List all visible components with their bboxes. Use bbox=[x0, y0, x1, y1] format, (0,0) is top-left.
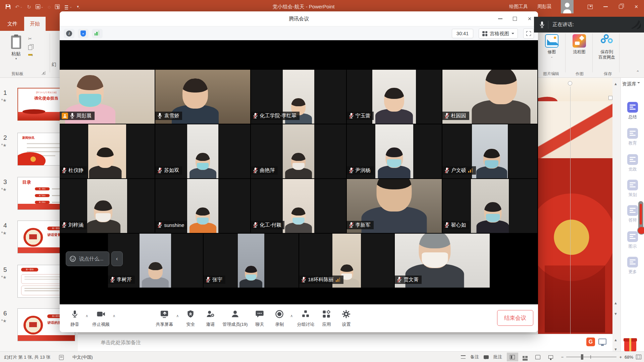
zoom-slider-knob[interactable] bbox=[581, 354, 583, 360]
gift-icon[interactable] bbox=[624, 341, 636, 351]
restore-window-icon[interactable] bbox=[613, 0, 629, 13]
meeting-info-icon[interactable]: i bbox=[64, 29, 74, 38]
share-screen-button[interactable]: 共享屏幕 bbox=[156, 309, 173, 327]
participant-tile[interactable]: 尹润杨 bbox=[347, 124, 442, 178]
account-avatar[interactable] bbox=[561, 0, 574, 15]
participant-tile[interactable]: 张宇 bbox=[204, 234, 299, 288]
clipboard-dialog-launcher-icon[interactable] bbox=[42, 71, 45, 75]
stop-video-button[interactable]: 停止视频 bbox=[92, 309, 110, 327]
resource-item-2[interactable]: 教育 bbox=[621, 128, 644, 146]
new-slide-icon[interactable]: ⌄ bbox=[36, 4, 44, 9]
save-to-baidu-button[interactable]: 保存到 百度网盘 bbox=[594, 34, 619, 60]
comments-toggle-label[interactable]: 批注 bbox=[493, 354, 502, 360]
participant-tile[interactable]: 苏如双 bbox=[155, 124, 250, 178]
notes-placeholder[interactable]: 单击此处添加备注 bbox=[101, 340, 141, 346]
participant-tile[interactable]: 杜仪静 bbox=[60, 124, 155, 178]
save-icon[interactable] bbox=[5, 4, 11, 9]
reading-view-button[interactable] bbox=[532, 353, 544, 361]
cut-icon[interactable]: ✂ bbox=[28, 36, 33, 41]
resource-item-7[interactable]: 更多 bbox=[621, 257, 644, 275]
vertical-scrollbar[interactable]: ▲ ▲ ▼ ▲ ▼ bbox=[612, 78, 621, 351]
projector-icon[interactable] bbox=[598, 339, 606, 345]
participant-tile[interactable]: 曲艳萍 bbox=[251, 124, 346, 178]
notes-pane[interactable]: 单击此处添加备注 G bbox=[78, 334, 612, 351]
tab-home[interactable]: 开始 bbox=[24, 17, 46, 31]
collapse-ribbon-icon[interactable]: ⌃ bbox=[636, 70, 640, 75]
flowchart-button[interactable]: 流程图 bbox=[567, 34, 592, 55]
meeting-close-icon[interactable]: × bbox=[525, 14, 535, 24]
account-name[interactable]: 周彭晨 bbox=[537, 4, 551, 10]
next-slide-icon[interactable]: ▼ bbox=[614, 347, 618, 351]
scroll-down-icon[interactable]: ▲ bbox=[614, 301, 618, 305]
tab-file[interactable]: 文件 bbox=[3, 17, 22, 31]
meeting-title-bar[interactable]: 腾讯会议 × bbox=[60, 11, 538, 26]
outline-icon[interactable] bbox=[55, 4, 60, 9]
record-button[interactable]: 录制 bbox=[272, 309, 287, 327]
emoji-icon[interactable] bbox=[69, 255, 76, 262]
language-label[interactable]: 中文(中国) bbox=[72, 354, 93, 360]
format-painter-ribbon-icon[interactable] bbox=[28, 54, 33, 56]
invite-button[interactable]: 邀请 bbox=[203, 309, 218, 327]
chevron-up-icon[interactable]: ∧ bbox=[290, 314, 293, 318]
participant-tile[interactable]: 户文硕 bbox=[442, 124, 537, 178]
fullscreen-button[interactable] bbox=[523, 28, 534, 39]
participant-tile[interactable]: 18环科陈丽 bbox=[299, 234, 394, 288]
fit-to-window-icon[interactable] bbox=[636, 355, 641, 359]
comments-toggle-icon[interactable] bbox=[484, 355, 489, 359]
zoom-out-icon[interactable]: − bbox=[561, 355, 564, 360]
meeting-minimize-icon[interactable] bbox=[495, 14, 505, 24]
meeting-security-shield-icon[interactable] bbox=[78, 29, 89, 38]
close-window-icon[interactable]: × bbox=[629, 0, 644, 13]
participant-tile[interactable]: 宁玉蕾 bbox=[347, 70, 442, 124]
chevron-up-icon[interactable]: ∧ bbox=[176, 314, 179, 318]
wps-g-icon[interactable]: G bbox=[586, 338, 595, 346]
notes-toggle-label[interactable]: 备注 bbox=[470, 354, 479, 360]
normal-view-button[interactable] bbox=[507, 353, 518, 361]
format-painter-icon[interactable]: ◌ bbox=[48, 4, 51, 9]
resize-handle[interactable] bbox=[608, 96, 612, 100]
apps-button[interactable]: 应用 bbox=[319, 309, 334, 327]
resource-panel-header[interactable]: 资源库 bbox=[622, 81, 640, 87]
context-tab-label[interactable]: 绘图工具 bbox=[509, 4, 528, 10]
redo-icon[interactable]: ↻ bbox=[27, 4, 31, 9]
zoom-slider[interactable] bbox=[566, 357, 616, 357]
zoom-in-icon[interactable]: + bbox=[619, 355, 622, 360]
spellcheck-icon[interactable] bbox=[59, 355, 64, 360]
chat-button[interactable]: 聊天 bbox=[252, 309, 267, 327]
slideshow-view-button[interactable] bbox=[545, 353, 556, 361]
ribbon-display-options-icon[interactable] bbox=[582, 0, 598, 13]
participant-tile[interactable]: 翟心如 bbox=[442, 179, 537, 233]
numbered-list-icon[interactable]: ⌄ bbox=[64, 4, 72, 9]
picture-edit-button[interactable]: 修图 ⌄ bbox=[539, 34, 564, 59]
previous-slide-icon[interactable]: ▲ bbox=[614, 338, 618, 342]
chevron-up-icon[interactable]: ∧ bbox=[113, 314, 115, 318]
paste-button[interactable]: 粘贴 ▾ bbox=[7, 34, 25, 69]
meeting-maximize-icon[interactable] bbox=[510, 14, 520, 24]
settings-button[interactable]: 设置 bbox=[338, 309, 354, 327]
copy-icon[interactable] bbox=[28, 45, 32, 50]
collapse-chat-icon[interactable]: ‹ bbox=[111, 251, 123, 266]
resource-item-1[interactable]: 总结 bbox=[621, 102, 644, 120]
notes-toggle-icon[interactable] bbox=[461, 355, 466, 359]
speaking-overlay-bar[interactable]: 正在讲话: bbox=[534, 17, 644, 33]
resource-item-4[interactable]: 策划 bbox=[621, 180, 644, 198]
scroll-up-icon[interactable]: ▲ bbox=[614, 82, 618, 86]
participant-tile[interactable]: 周彭晨 bbox=[60, 70, 155, 124]
zoom-level[interactable]: 68% bbox=[625, 355, 633, 360]
mute-button[interactable]: 静音 bbox=[67, 309, 83, 327]
participant-tile[interactable]: 袁雪娇 bbox=[155, 70, 250, 124]
resource-item-3[interactable]: 党政 bbox=[621, 154, 644, 172]
minimize-window-icon[interactable] bbox=[598, 0, 613, 13]
chevron-up-icon[interactable]: ∧ bbox=[86, 314, 88, 318]
participant-tile[interactable]: 李新军 bbox=[347, 179, 442, 233]
customize-qat-icon[interactable]: ▼̱ bbox=[76, 5, 79, 8]
undo-icon[interactable]: ↶⌄ bbox=[15, 4, 22, 9]
network-signal-icon[interactable] bbox=[92, 29, 103, 38]
end-meeting-button[interactable]: 结束会议 bbox=[497, 310, 533, 326]
manage-members-button[interactable]: 管理成员(19) bbox=[222, 309, 248, 327]
participant-tile[interactable]: 杜园园 bbox=[442, 70, 537, 124]
breakout-rooms-button[interactable]: 分组讨论 bbox=[297, 309, 314, 327]
security-button[interactable]: 安全 bbox=[183, 309, 198, 327]
participant-tile[interactable]: sunshine bbox=[155, 179, 250, 233]
participant-tile[interactable]: 刘梓涵 bbox=[60, 179, 155, 233]
